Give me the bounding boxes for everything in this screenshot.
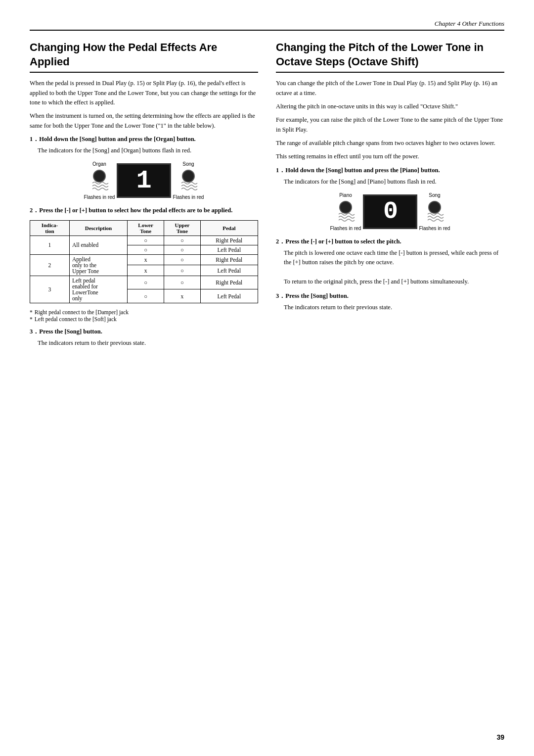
- right-intro-1: You can change the pitch of the Lower To…: [276, 79, 504, 98]
- right-step-2: 2．Press the [-] or [+] button to select …: [276, 237, 504, 286]
- left-section-title: Changing How the Pedal Effects Are Appli…: [30, 41, 258, 73]
- right-step-3: 3．Press the [Song] button. The indicator…: [276, 291, 504, 312]
- svg-point-1: [182, 170, 194, 182]
- page: Chapter 4 Other Functions Changing How t…: [0, 0, 534, 756]
- organ-flash-label: Flashes in red: [84, 194, 115, 200]
- table-cell-upper-1a: ○: [164, 236, 200, 245]
- footnote-2: * Left pedal connect to the [Soft] jack: [30, 316, 258, 322]
- right-column: Changing the Pitch of the Lower Tone in …: [276, 41, 504, 353]
- right-intro-5: This setting remains in effect until you…: [276, 152, 504, 161]
- right-section-title: Changing the Pitch of the Lower Tone in …: [276, 41, 504, 73]
- svg-point-0: [93, 170, 105, 182]
- table-row: 3 Left pedalenabled forLowerToneonly ○ ○…: [30, 276, 258, 289]
- table-cell-indication-3: 3: [30, 276, 70, 303]
- table-cell-lower-3a: ○: [127, 276, 164, 289]
- song-knob-svg-right: [425, 199, 445, 224]
- left-step-3-title: 3．Press the [Song] button.: [30, 327, 258, 336]
- right-step-2-body: The pitch is lowered one octave each tim…: [284, 248, 504, 287]
- organ-label: Organ: [92, 161, 106, 167]
- left-step-1-body: The indicators for the [Song] and [Organ…: [38, 146, 258, 155]
- piano-label: Piano: [339, 192, 352, 198]
- table-cell-pedal-2a: Right Pedal: [200, 254, 258, 265]
- table-header-pedal: Pedal: [200, 220, 258, 236]
- chapter-title: Chapter 4 Other Functions: [435, 20, 504, 27]
- song-knob-svg-left: [178, 168, 198, 193]
- song-button-group-left: Song Flashes in red: [171, 161, 206, 200]
- table-cell-upper-1b: ○: [164, 245, 200, 254]
- left-step-1-title: 1．Hold down the [Song] button and press …: [30, 135, 258, 144]
- table-cell-pedal-3a: Right Pedal: [200, 276, 258, 289]
- table-cell-upper-2a: ○: [164, 254, 200, 265]
- footnote-1: * Right pedal connect to the [Damper] ja…: [30, 309, 258, 315]
- table-cell-desc-2: Appliedonly to theUpper Tone: [69, 254, 127, 276]
- left-step-2: 2．Press the [-] or [+] button to select …: [30, 206, 258, 303]
- song-flash-label-right: Flashes in red: [419, 226, 450, 231]
- table-cell-lower-3b: ○: [127, 289, 164, 303]
- table-cell-upper-3a: ○: [164, 276, 200, 289]
- left-display-illustration: Organ Flashes in red 1: [30, 161, 258, 200]
- table-cell-lower-1b: ○: [127, 245, 164, 254]
- left-step-3: 3．Press the [Song] button. The indicator…: [30, 327, 258, 348]
- table-row: 2 Appliedonly to theUpper Tone x ○ Right…: [30, 254, 258, 265]
- organ-button-group: Organ Flashes in red: [82, 161, 117, 200]
- chapter-header: Chapter 4 Other Functions: [30, 20, 504, 31]
- right-lcd-display: 0: [363, 194, 417, 229]
- table-cell-desc-1: All enabled: [69, 236, 127, 254]
- right-step-1-body: The indicators for the [Song] and [Piano…: [284, 177, 504, 187]
- table-header-indication: Indica-tion: [30, 220, 70, 236]
- piano-button-group: Piano Flashes in red: [328, 192, 363, 231]
- right-intro-2: Altering the pitch in one-octave units i…: [276, 102, 504, 111]
- table-header-upper: UpperTone: [164, 220, 200, 236]
- right-step-2-title: 2．Press the [-] or [+] button to select …: [276, 237, 504, 246]
- right-intro-4: The range of available pitch change span…: [276, 139, 504, 148]
- table-header-lower: LowerTone: [127, 220, 164, 236]
- right-display-value: 0: [383, 197, 397, 226]
- table-row: 1 All enabled ○ ○ Right Pedal: [30, 236, 258, 245]
- table-cell-desc-3: Left pedalenabled forLowerToneonly: [69, 276, 127, 303]
- song-label-right: Song: [429, 192, 440, 198]
- svg-point-3: [429, 201, 441, 213]
- piano-knob-svg: [336, 199, 356, 224]
- table-cell-pedal-2b: Left Pedal: [200, 265, 258, 276]
- left-intro-1: When the pedal is pressed in Dual Play (…: [30, 79, 258, 107]
- left-lcd-display: 1: [117, 163, 171, 198]
- svg-point-2: [340, 201, 352, 213]
- two-column-layout: Changing How the Pedal Effects Are Appli…: [30, 41, 504, 353]
- left-column: Changing How the Pedal Effects Are Appli…: [30, 41, 258, 353]
- song-flash-label-left: Flashes in red: [173, 194, 204, 200]
- table-header-description: Description: [69, 220, 127, 236]
- pedal-effects-table: Indica-tion Description LowerTone UpperT…: [30, 220, 258, 303]
- left-step-3-body: The indicators return to their previous …: [38, 338, 258, 348]
- song-button-group-right: Song Flashes in red: [417, 192, 452, 231]
- table-cell-indication-1: 1: [30, 236, 70, 254]
- table-cell-lower-2a: x: [127, 254, 164, 265]
- table-footnotes: * Right pedal connect to the [Damper] ja…: [30, 309, 258, 322]
- page-number: 39: [496, 733, 504, 741]
- left-display-value: 1: [136, 166, 151, 195]
- piano-flash-label: Flashes in red: [330, 226, 361, 231]
- table-cell-indication-2: 2: [30, 254, 70, 276]
- right-intro-3: For example, you can raise the pitch of …: [276, 115, 504, 135]
- right-display-illustration: Piano Flashes in red 0: [276, 192, 504, 231]
- right-step-1: 1．Hold down the [Song] button and press …: [276, 166, 504, 187]
- song-label-left: Song: [182, 161, 194, 167]
- organ-knob-svg: [89, 168, 109, 193]
- left-step-1: 1．Hold down the [Song] button and press …: [30, 135, 258, 155]
- left-step-2-title: 2．Press the [-] or [+] button to select …: [30, 206, 258, 215]
- right-step-1-title: 1．Hold down the [Song] button and press …: [276, 166, 504, 175]
- table-cell-pedal-3b: Left Pedal: [200, 289, 258, 303]
- table-cell-upper-2b: ○: [164, 265, 200, 276]
- right-step-3-title: 3．Press the [Song] button.: [276, 291, 504, 301]
- right-step-3-body: The indicators return to their previous …: [284, 303, 504, 312]
- table-cell-lower-1a: ○: [127, 236, 164, 245]
- left-intro-2: When the instrument is turned on, the se…: [30, 111, 258, 131]
- table-cell-pedal-1a: Right Pedal: [200, 236, 258, 245]
- table-cell-upper-3b: x: [164, 289, 200, 303]
- table-cell-pedal-1b: Left Pedal: [200, 245, 258, 254]
- table-cell-lower-2b: x: [127, 265, 164, 276]
